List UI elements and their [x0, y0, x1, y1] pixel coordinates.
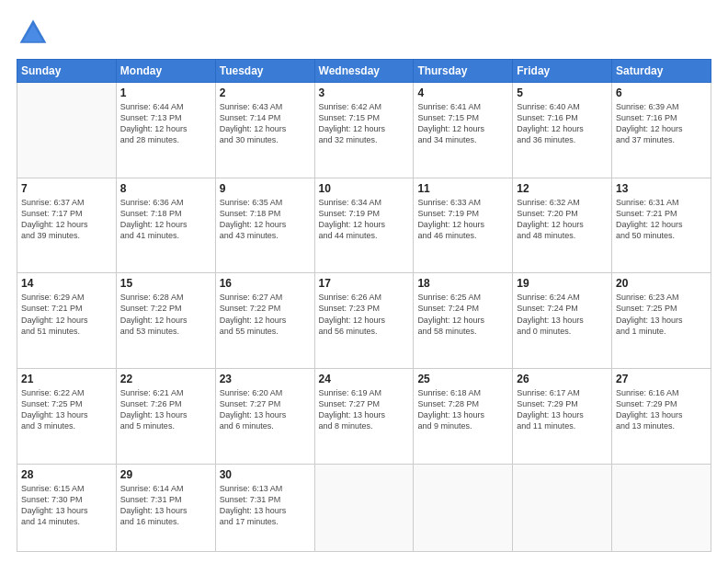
- day-content: Sunrise: 6:41 AM Sunset: 7:15 PM Dayligh…: [417, 101, 508, 146]
- empty-cell: [612, 464, 711, 551]
- day-number: 22: [120, 373, 211, 385]
- day-header-tuesday: Tuesday: [215, 60, 314, 83]
- day-number: 16: [220, 277, 311, 290]
- calendar-week-row: 14Sunrise: 6:29 AM Sunset: 7:21 PM Dayli…: [17, 273, 711, 369]
- empty-cell: [17, 83, 117, 178]
- calendar-day-11: 11Sunrise: 6:33 AM Sunset: 7:19 PM Dayli…: [414, 178, 513, 273]
- day-content: Sunrise: 6:21 AM Sunset: 7:26 PM Dayligh…: [120, 387, 211, 432]
- day-number: 23: [220, 373, 311, 385]
- day-content: Sunrise: 6:13 AM Sunset: 7:31 PM Dayligh…: [220, 483, 311, 528]
- day-content: Sunrise: 6:16 AM Sunset: 7:29 PM Dayligh…: [616, 387, 707, 432]
- calendar-day-10: 10Sunrise: 6:34 AM Sunset: 7:19 PM Dayli…: [314, 178, 414, 273]
- day-header-saturday: Saturday: [612, 60, 711, 83]
- day-number: 2: [220, 86, 311, 99]
- day-number: 28: [21, 468, 112, 481]
- calendar-day-1: 1Sunrise: 6:44 AM Sunset: 7:13 PM Daylig…: [116, 83, 215, 178]
- calendar-week-row: 1Sunrise: 6:44 AM Sunset: 7:13 PM Daylig…: [17, 83, 711, 178]
- logo-icon: [17, 17, 50, 50]
- day-content: Sunrise: 6:20 AM Sunset: 7:27 PM Dayligh…: [220, 387, 311, 432]
- calendar-day-13: 13Sunrise: 6:31 AM Sunset: 7:21 PM Dayli…: [612, 178, 711, 273]
- day-content: Sunrise: 6:23 AM Sunset: 7:25 PM Dayligh…: [616, 292, 707, 337]
- calendar-day-26: 26Sunrise: 6:17 AM Sunset: 7:29 PM Dayli…: [513, 368, 612, 464]
- empty-cell: [314, 464, 414, 551]
- page: SundayMondayTuesdayWednesdayThursdayFrid…: [0, 0, 728, 563]
- day-number: 21: [21, 373, 112, 385]
- day-number: 25: [417, 373, 508, 385]
- day-content: Sunrise: 6:43 AM Sunset: 7:14 PM Dayligh…: [220, 101, 311, 146]
- calendar-day-24: 24Sunrise: 6:19 AM Sunset: 7:27 PM Dayli…: [314, 368, 414, 464]
- day-number: 17: [319, 277, 410, 290]
- calendar-day-3: 3Sunrise: 6:42 AM Sunset: 7:15 PM Daylig…: [314, 83, 414, 178]
- calendar-day-9: 9Sunrise: 6:35 AM Sunset: 7:18 PM Daylig…: [215, 178, 314, 273]
- day-content: Sunrise: 6:33 AM Sunset: 7:19 PM Dayligh…: [417, 197, 508, 242]
- day-content: Sunrise: 6:18 AM Sunset: 7:28 PM Dayligh…: [417, 387, 508, 432]
- calendar-day-12: 12Sunrise: 6:32 AM Sunset: 7:20 PM Dayli…: [513, 178, 612, 273]
- empty-cell: [513, 464, 612, 551]
- day-content: Sunrise: 6:40 AM Sunset: 7:16 PM Dayligh…: [517, 101, 608, 146]
- day-content: Sunrise: 6:26 AM Sunset: 7:23 PM Dayligh…: [319, 292, 410, 337]
- day-content: Sunrise: 6:28 AM Sunset: 7:22 PM Dayligh…: [120, 292, 211, 337]
- day-number: 4: [417, 86, 508, 99]
- day-number: 6: [616, 86, 707, 99]
- day-number: 20: [616, 277, 707, 290]
- day-number: 3: [319, 86, 410, 99]
- day-header-wednesday: Wednesday: [314, 60, 414, 83]
- logo: [17, 17, 55, 50]
- day-number: 7: [21, 182, 112, 195]
- day-content: Sunrise: 6:22 AM Sunset: 7:25 PM Dayligh…: [21, 387, 112, 432]
- calendar-day-18: 18Sunrise: 6:25 AM Sunset: 7:24 PM Dayli…: [414, 273, 513, 369]
- day-content: Sunrise: 6:36 AM Sunset: 7:18 PM Dayligh…: [120, 197, 211, 242]
- day-content: Sunrise: 6:14 AM Sunset: 7:31 PM Dayligh…: [120, 483, 211, 528]
- day-number: 29: [120, 468, 211, 481]
- day-number: 24: [319, 373, 410, 385]
- empty-cell: [414, 464, 513, 551]
- calendar-week-row: 7Sunrise: 6:37 AM Sunset: 7:17 PM Daylig…: [17, 178, 711, 273]
- day-number: 26: [517, 373, 608, 385]
- day-content: Sunrise: 6:25 AM Sunset: 7:24 PM Dayligh…: [417, 292, 508, 337]
- calendar-header-row: SundayMondayTuesdayWednesdayThursdayFrid…: [17, 60, 711, 83]
- day-header-sunday: Sunday: [17, 60, 117, 83]
- calendar-day-17: 17Sunrise: 6:26 AM Sunset: 7:23 PM Dayli…: [314, 273, 414, 369]
- day-content: Sunrise: 6:34 AM Sunset: 7:19 PM Dayligh…: [319, 197, 410, 242]
- calendar-day-4: 4Sunrise: 6:41 AM Sunset: 7:15 PM Daylig…: [414, 83, 513, 178]
- day-number: 19: [517, 277, 608, 290]
- day-number: 11: [417, 182, 508, 195]
- day-number: 15: [120, 277, 211, 290]
- day-content: Sunrise: 6:15 AM Sunset: 7:30 PM Dayligh…: [21, 483, 112, 528]
- day-number: 14: [21, 277, 112, 290]
- calendar-day-15: 15Sunrise: 6:28 AM Sunset: 7:22 PM Dayli…: [116, 273, 215, 369]
- day-content: Sunrise: 6:44 AM Sunset: 7:13 PM Dayligh…: [120, 101, 211, 146]
- calendar-table: SundayMondayTuesdayWednesdayThursdayFrid…: [17, 59, 711, 552]
- calendar-day-21: 21Sunrise: 6:22 AM Sunset: 7:25 PM Dayli…: [17, 368, 117, 464]
- calendar-day-23: 23Sunrise: 6:20 AM Sunset: 7:27 PM Dayli…: [215, 368, 314, 464]
- day-number: 30: [220, 468, 311, 481]
- day-content: Sunrise: 6:37 AM Sunset: 7:17 PM Dayligh…: [21, 197, 112, 242]
- calendar-day-27: 27Sunrise: 6:16 AM Sunset: 7:29 PM Dayli…: [612, 368, 711, 464]
- calendar-day-22: 22Sunrise: 6:21 AM Sunset: 7:26 PM Dayli…: [116, 368, 215, 464]
- calendar-day-30: 30Sunrise: 6:13 AM Sunset: 7:31 PM Dayli…: [215, 464, 314, 551]
- day-content: Sunrise: 6:17 AM Sunset: 7:29 PM Dayligh…: [517, 387, 608, 432]
- day-number: 18: [417, 277, 508, 290]
- day-header-thursday: Thursday: [414, 60, 513, 83]
- day-content: Sunrise: 6:42 AM Sunset: 7:15 PM Dayligh…: [319, 101, 410, 146]
- calendar-day-25: 25Sunrise: 6:18 AM Sunset: 7:28 PM Dayli…: [414, 368, 513, 464]
- calendar-week-row: 28Sunrise: 6:15 AM Sunset: 7:30 PM Dayli…: [17, 464, 711, 551]
- day-content: Sunrise: 6:31 AM Sunset: 7:21 PM Dayligh…: [616, 197, 707, 242]
- calendar-day-29: 29Sunrise: 6:14 AM Sunset: 7:31 PM Dayli…: [116, 464, 215, 551]
- day-content: Sunrise: 6:29 AM Sunset: 7:21 PM Dayligh…: [21, 292, 112, 337]
- day-number: 1: [120, 86, 211, 99]
- header: [17, 17, 711, 50]
- day-number: 12: [517, 182, 608, 195]
- day-number: 5: [517, 86, 608, 99]
- day-content: Sunrise: 6:35 AM Sunset: 7:18 PM Dayligh…: [220, 197, 311, 242]
- calendar-day-8: 8Sunrise: 6:36 AM Sunset: 7:18 PM Daylig…: [116, 178, 215, 273]
- day-header-monday: Monday: [116, 60, 215, 83]
- day-header-friday: Friday: [513, 60, 612, 83]
- day-number: 8: [120, 182, 211, 195]
- calendar-day-20: 20Sunrise: 6:23 AM Sunset: 7:25 PM Dayli…: [612, 273, 711, 369]
- day-content: Sunrise: 6:39 AM Sunset: 7:16 PM Dayligh…: [616, 101, 707, 146]
- calendar-week-row: 21Sunrise: 6:22 AM Sunset: 7:25 PM Dayli…: [17, 368, 711, 464]
- day-number: 13: [616, 182, 707, 195]
- day-content: Sunrise: 6:24 AM Sunset: 7:24 PM Dayligh…: [517, 292, 608, 337]
- day-content: Sunrise: 6:19 AM Sunset: 7:27 PM Dayligh…: [319, 387, 410, 432]
